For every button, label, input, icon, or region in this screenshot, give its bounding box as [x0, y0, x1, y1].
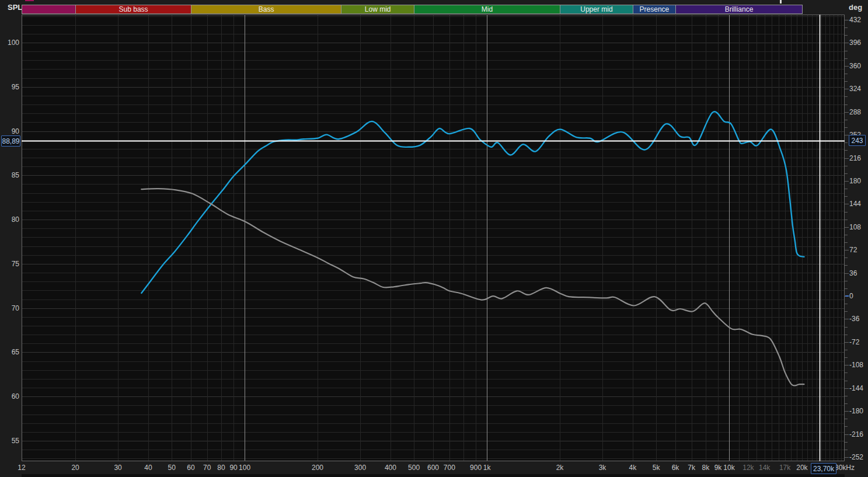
cropped-titlebar-artifact: [780, 0, 782, 4]
deg-tick-label: -72: [849, 337, 859, 347]
spl-tick-label: 65: [0, 347, 19, 357]
deg-axis-labels: 43239636032428825221618014410872360-36-7…: [849, 0, 868, 477]
freq-tick-label: 100: [226, 464, 263, 472]
audio-analyzer-window: SPL Sub bassBassLow midMidUpper midPrese…: [0, 0, 868, 477]
freq-tick-label: 12: [3, 464, 40, 472]
spl-tick-label: 60: [0, 392, 19, 401]
deg-tick-label: 36: [849, 269, 857, 278]
freq-tick-label: 2k: [541, 464, 578, 472]
deg-tick-label: 216: [849, 154, 861, 163]
spl-axis-labels: 100959085807570656055: [0, 0, 19, 477]
deg-tick-label: -108: [849, 360, 863, 370]
band-segment-brilliance: Brilliance: [675, 5, 803, 14]
deg-tick-label: -144: [849, 384, 863, 393]
deg-tick-label: 288: [849, 107, 861, 117]
spl-tick-label: 100: [0, 38, 19, 47]
cropped-titlebar-artifact: [25, 0, 34, 1]
deg-tick-label: 72: [849, 245, 857, 255]
spl-tick-label: 70: [0, 304, 19, 313]
band-header-strip: SPL Sub bassBassLow midMidUpper midPrese…: [0, 0, 868, 15]
spl-tick-label: 90: [0, 127, 19, 136]
band-segment-low-mid: Low mid: [341, 5, 414, 14]
cursor-deg-readout[interactable]: 243: [849, 135, 866, 146]
freq-tick-label: 20: [57, 464, 94, 472]
freq-tick-label: 1k: [468, 464, 506, 472]
spl-tick-label: 85: [0, 170, 19, 180]
deg-tick-label: -36: [849, 314, 859, 323]
band-segment-mid: Mid: [414, 5, 560, 14]
cursor-freq-readout[interactable]: 23,70k: [811, 463, 836, 474]
deg-tick-label: 360: [849, 61, 861, 71]
spl-tick-label: 80: [0, 215, 19, 224]
band-segment-upper-mid: Upper mid: [560, 5, 633, 14]
spl-tick-label: 95: [0, 82, 19, 92]
spl-tick-label: 75: [0, 259, 19, 269]
frequency-band-bar: Sub bassBassLow midMidUpper midPresenceB…: [0, 5, 868, 14]
deg-tick-label: 144: [849, 199, 861, 208]
band-segment-unlabeled: [22, 5, 76, 14]
deg-axis-ticks: [845, 20, 849, 458]
spl-phase-chart: [0, 0, 868, 477]
deg-tick-label: 396: [849, 38, 861, 47]
deg-tick-label: 0: [849, 291, 853, 301]
band-segment-sub-bass: Sub bass: [75, 5, 191, 14]
cursor-spl-readout[interactable]: 88,89: [1, 135, 20, 147]
spl-tick-label: 55: [0, 436, 19, 445]
deg-tick-label: 432: [849, 15, 861, 25]
frequency-axis-labels: 1220304050607080901002003004005006007009…: [0, 463, 868, 474]
band-segment-presence: Presence: [633, 5, 676, 14]
freq-tick-label: 200: [299, 464, 336, 472]
deg-tick-label: 324: [849, 84, 861, 93]
phase-zero-marker: [845, 295, 849, 297]
deg-tick-label: -216: [849, 430, 863, 439]
bottom-strip: [22, 474, 845, 477]
deg-tick-label: 108: [849, 222, 861, 232]
right-axis-title: deg: [849, 3, 862, 12]
deg-tick-label: -252: [849, 452, 863, 462]
deg-tick-label: -180: [849, 406, 863, 416]
band-segment-bass: Bass: [191, 5, 341, 14]
deg-tick-label: 180: [849, 176, 861, 186]
